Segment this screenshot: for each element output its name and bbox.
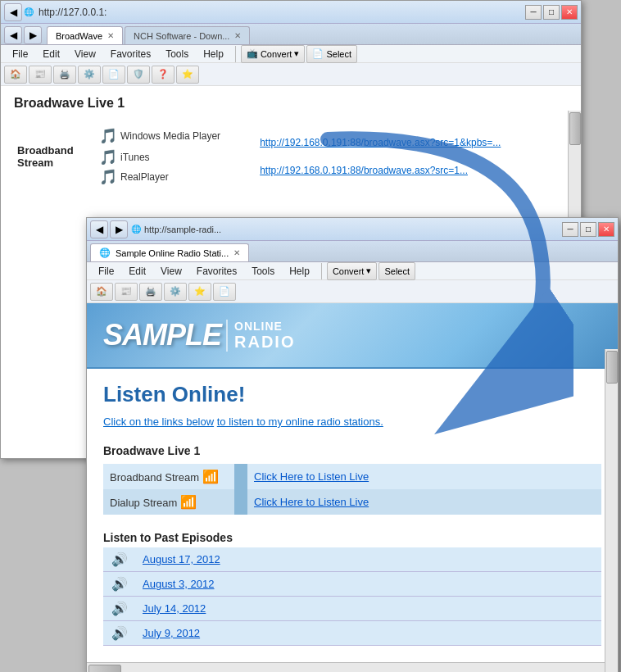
dialup-name-cell: Dialup Stream 📶: [103, 489, 234, 515]
episode-link-2[interactable]: July 14, 2012: [143, 602, 206, 615]
back-wmp-name: Windows Media Player: [120, 130, 220, 142]
front-tools-btn[interactable]: ⚙️: [164, 283, 187, 301]
back-itunes-cell: 🎵 iTunes: [99, 148, 253, 166]
back-itunes-icon: 🎵: [99, 148, 117, 166]
front-print-btn[interactable]: 🖨️: [139, 283, 162, 301]
front-select-btn[interactable]: Select: [378, 262, 415, 280]
back-select-btn[interactable]: 📄 Select: [306, 45, 357, 63]
radio-content: Listen Online! Click on the links below …: [87, 369, 618, 672]
front-menu-help[interactable]: Help: [283, 264, 316, 279]
back-tab-bar: ◀ ▶ BroadWave ✕ NCH Software - Down... ✕: [1, 24, 581, 45]
front-menu-edit[interactable]: Edit: [122, 264, 152, 279]
front-home-btn[interactable]: 🏠: [90, 283, 113, 301]
back-window-controls: ─ □ ✕: [525, 5, 578, 20]
front-tab-radio[interactable]: 🌐 Sample Online Radio Stati... ✕: [90, 243, 249, 261]
back-menu-help[interactable]: Help: [197, 47, 230, 61]
back-url-1[interactable]: http://192.168.0.191:88/broadwave.asx?sr…: [260, 137, 501, 148]
broadband-listen-link[interactable]: Click Here to Listen Live: [254, 470, 369, 483]
front-h-scrollbar-thumb[interactable]: [88, 665, 121, 673]
back-url-2[interactable]: http://192.168.0.191:88/broadwave.asx?sr…: [260, 165, 468, 176]
front-convert-btn[interactable]: Convert ▾: [327, 262, 378, 280]
broadband-divider: [234, 464, 247, 489]
back-page-btn[interactable]: 📄: [102, 66, 125, 84]
dialup-divider: [234, 489, 247, 515]
episode-audio-icon-1: 🔊: [111, 577, 128, 591]
back-menu-bar: File Edit View Favorites Tools Help 📺 Co…: [1, 45, 581, 63]
front-address-text: http://sample-radi...: [144, 225, 221, 234]
back-safety-btn[interactable]: 🛡️: [127, 66, 150, 84]
front-star-btn[interactable]: ⭐: [188, 283, 211, 301]
episode-row-1: 🔊 August 3, 2012: [103, 572, 601, 597]
back-print-btn[interactable]: 🖨️: [53, 66, 76, 84]
listen-subtitle: Click on the links below to listen to my…: [103, 415, 601, 428]
back-minimize-btn[interactable]: ─: [525, 5, 542, 20]
episode-link-1[interactable]: August 3, 2012: [143, 578, 214, 590]
tab-broadwave[interactable]: BroadWave ✕: [47, 26, 123, 44]
back-realplayer-icon: 🎵: [99, 168, 117, 186]
back-home-btn[interactable]: 🏠: [4, 66, 27, 84]
back-rss-btn[interactable]: 📰: [29, 66, 52, 84]
front-btn-forward[interactable]: ▶: [110, 220, 128, 238]
front-h-scrollbar[interactable]: [87, 662, 605, 672]
front-browser-window: ◀ ▶ 🌐 http://sample-radi... ─ □ ✕ 🌐 Samp…: [86, 217, 619, 672]
back-star-btn[interactable]: ⭐: [176, 66, 199, 84]
front-close-btn[interactable]: ✕: [598, 222, 614, 237]
back-convert-btn[interactable]: 📺 Convert ▾: [241, 45, 306, 63]
back-select-icon: 📄: [312, 48, 324, 59]
broadband-signal-icon: 📶: [202, 470, 219, 484]
front-tab-close[interactable]: ✕: [233, 248, 240, 257]
back-title-bar: ◀ 🌐 http://127.0.0.1: ─ □ ✕: [1, 1, 581, 24]
back-maximize-btn[interactable]: □: [543, 5, 560, 20]
tab-nch[interactable]: NCH Software - Down... ✕: [125, 26, 250, 44]
front-convert-arrow: ▾: [366, 266, 371, 276]
back-close-btn[interactable]: ✕: [561, 5, 578, 20]
back-menu-favorites[interactable]: Favorites: [104, 47, 157, 61]
front-menu-favorites[interactable]: Favorites: [190, 264, 243, 279]
front-v-scrollbar[interactable]: [605, 349, 618, 672]
back-page-title: Broadwave Live 1: [14, 96, 568, 111]
episode-row-2: 🔊 July 14, 2012: [103, 597, 601, 621]
back-scrollbar-thumb[interactable]: [569, 112, 581, 145]
front-menu-view[interactable]: View: [154, 264, 188, 279]
episode-icon-cell-2: 🔊: [103, 597, 136, 621]
back-realplayer-name: RealPlayer: [120, 171, 169, 183]
menu-separator: [235, 46, 236, 62]
front-menu-file[interactable]: File: [92, 264, 120, 279]
back-nav-back[interactable]: ◀: [4, 26, 22, 44]
back-btn-back[interactable]: ◀: [4, 3, 22, 21]
front-minimize-btn[interactable]: ─: [562, 222, 578, 237]
back-menu-file[interactable]: File: [6, 47, 34, 61]
front-rss-btn[interactable]: 📰: [115, 283, 138, 301]
stream-row-dialup: Dialup Stream 📶 Click Here to Listen Liv…: [103, 489, 601, 515]
back-nav-forward[interactable]: ▶: [24, 26, 42, 44]
back-menu-edit[interactable]: Edit: [36, 47, 66, 61]
front-menu-tools[interactable]: Tools: [245, 264, 281, 279]
tab-nch-label: NCH Software - Down...: [134, 31, 229, 41]
front-menu-bar: File Edit View Favorites Tools Help Conv…: [87, 262, 618, 280]
listen-subtitle-rest: to listen to my online radio stations.: [217, 415, 383, 428]
tab-broadwave-close[interactable]: ✕: [107, 31, 114, 40]
front-maximize-btn[interactable]: □: [580, 222, 596, 237]
back-help-btn[interactable]: ❓: [152, 66, 175, 84]
episode-link-cell-2: July 14, 2012: [136, 597, 601, 621]
episode-row-3: 🔊 July 9, 2012: [103, 621, 601, 646]
front-browser-icon: 🌐: [131, 225, 141, 234]
episode-link-0[interactable]: August 17, 2012: [143, 553, 220, 565]
back-menu-view[interactable]: View: [68, 47, 102, 61]
front-v-scrollbar-thumb[interactable]: [606, 351, 618, 384]
front-btn-back[interactable]: ◀: [90, 220, 108, 238]
front-select-label: Select: [384, 266, 410, 276]
dialup-listen-link[interactable]: Click Here to Listen Live: [254, 496, 369, 508]
back-menu-tools[interactable]: Tools: [159, 47, 195, 61]
logo-sample-text: SAMPLE: [103, 318, 221, 352]
back-wmp-icon: 🎵: [99, 127, 117, 145]
front-page-btn[interactable]: 📄: [213, 283, 236, 301]
stream-list-table: Broadband Stream 📶 Click Here to Listen …: [103, 464, 601, 515]
episodes-title: Listen to Past Episodes: [103, 524, 601, 547]
tab-nch-close[interactable]: ✕: [234, 31, 241, 40]
back-tools-btn[interactable]: ⚙️: [78, 66, 101, 84]
back-wmp-cell: 🎵 Windows Media Player: [99, 127, 253, 145]
front-tab-title: Sample Online Radio Stati...: [116, 248, 229, 258]
station-section: Broadwave Live 1 Broadband Stream 📶 Clic…: [103, 441, 601, 515]
episode-link-3[interactable]: July 9, 2012: [143, 627, 200, 639]
